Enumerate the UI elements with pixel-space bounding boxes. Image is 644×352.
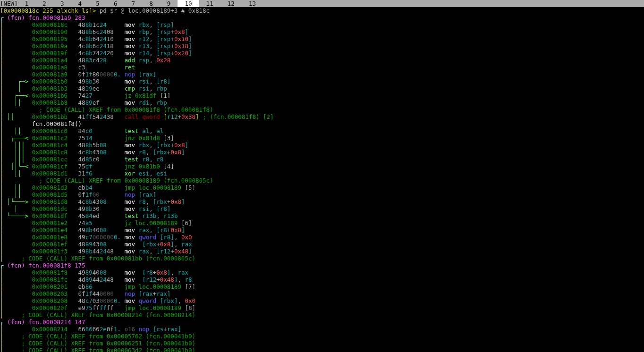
prompt-cmd: pd $r @ loc.00008189+3 # 0x818c — [100, 7, 210, 14]
asm-line: │ 0x000081f8 49894008 mov [r8+0x8], rax — [0, 269, 644, 276]
disassembly-output: ┌ (fcn) fcn.000081a9 283│ 0x0000818c 488… — [0, 14, 644, 352]
asm-line: │ ┌───< 0x000081c2 7514 jnz 0x81d8 [3] — [0, 134, 644, 142]
asm-line: │ ││ 0x000081d3 ebb4 jmp loc.00008189 [5… — [0, 184, 644, 191]
asm-line: │ │└───> 0x000081d8 4c8b4308 mov r8, [rb… — [0, 198, 644, 205]
asm-line: │ 0x00008201 eb86 jmp loc.00008189 [7] — [0, 283, 644, 290]
asm-line: │ 0x00008195 4c8b642410 mov r12, [rsp+0x… — [0, 35, 644, 42]
prompt-addr: [0x0000818c 255 alxchk_ls]> — [0, 7, 100, 14]
asm-line: │ ││└─< 0x000081cf 75df jnz 0x81b0 [4] — [0, 163, 644, 170]
asm-line: │ 0x0000818c 488b1c24 mov rbx, [rsp] — [0, 21, 644, 28]
asm-line: │ 0x0000819f 4c8b742420 mov r14, [rsp+0x… — [0, 50, 644, 57]
asm-line: │ └────> 0x000081df 4584ed test r13b, r1… — [0, 212, 644, 219]
asm-line: │ │ 0x000081b3 4839ee cmp rsi, rbp — [0, 85, 644, 92]
tab-bar[interactable]: [NEW] 1 2 3 4 5 6 7 8 9 10 11 12 13 — [0, 0, 644, 7]
asm-line: │ 0x000081ef 48894308 mov [rbx+0x8], rax — [0, 241, 644, 248]
xref: │ ; CODE (CALL) XREF from 0x00006251 (fc… — [0, 340, 644, 347]
tab[interactable]: 2 — [35, 0, 53, 7]
asm-line: │ ││ 0x000081bb 41ff542438 call qword [r… — [0, 113, 644, 120]
asm-line: │ 0x00008214 6666662e0f1. o16 nop [cs+ra… — [0, 326, 644, 333]
asm-line: │ ││ 0x000081d5 0f1f00 nop [rax] — [0, 191, 644, 198]
asm-line: │ 0x000081f3 498b442448 mov rax, [r12+0x… — [0, 248, 644, 255]
tab[interactable]: 1 — [18, 0, 36, 7]
asm-line: │ ││ 0x000081c0 84c0 test al, al — [0, 127, 644, 134]
tab[interactable]: 13 — [242, 0, 263, 7]
asm-line: │ │││ 0x000081c8 4c8b4308 mov r8, [rbx+0… — [0, 149, 644, 156]
tab[interactable]: 12 — [220, 0, 242, 7]
asm-line: │ 0x000081a9 0f1f8000000. nop [rax] — [0, 71, 644, 78]
function-head: ┌ (fcn) fcn.00008214 147 — [0, 318, 644, 326]
xref: │ ; CODE (CALL) XREF from 0x000081bb (fc… — [0, 255, 644, 262]
function-head: ┌ (fcn) fcn.000081f8 175 — [0, 262, 644, 269]
asm-line: │ ┌─> 0x000081b0 498b30 mov rsi, [r8] — [0, 78, 644, 85]
tab[interactable]: 10 — [178, 0, 199, 7]
prompt-line[interactable]: [0x0000818c 255 alxchk_ls]> pd $r @ loc.… — [0, 7, 644, 14]
asm-line: │ ││ 0x000081b8 4889ef mov rdi, rbp — [0, 99, 644, 106]
tab[interactable]: 9 — [160, 0, 178, 7]
asm-line: │ │││ 0x000081cc 4d85c0 test r8, r8 — [0, 156, 644, 163]
asm-line: │ 0x0000819a 4c8b6c2418 mov r13, [rsp+0x… — [0, 42, 644, 50]
asm-line: │ ││ 0x000081d1 31f6 xor esi, esi — [0, 170, 644, 177]
tab[interactable]: 6 — [107, 0, 125, 7]
asm-line: │ 0x000081e2 74a5 jz loc.00008189 [6] — [0, 219, 644, 226]
xref: │ ; CODE (CALL) XREF from 0x000063d2 (fc… — [0, 347, 644, 352]
asm-line: │ 0x000081e4 498b4008 mov rax, [r8+0x8] — [0, 226, 644, 234]
asm-line: │ 0x00008203 0f1f440000 nop [rax+rax] — [0, 290, 644, 297]
asm-line: │ 0x00008208 48c70300000. mov qword [rbx… — [0, 297, 644, 304]
asm-line: │ 0x000081a8 c3 ret — [0, 64, 644, 71]
function-head: ┌ (fcn) fcn.000081a9 283 — [0, 14, 644, 21]
xref: │ ; CODE (CALL) XREF from 0x00008214 (fc… — [0, 311, 644, 318]
asm-line: │ 0x00008190 488b6c2408 mov rbp, [rsp+0x… — [0, 28, 644, 35]
asm-line: │ ┌──< 0x000081b6 7427 jz 0x81df [1] — [0, 92, 644, 99]
asm-line: │ 0x000081a4 4883c428 add rsp, 0x28 — [0, 57, 644, 64]
tab[interactable]: 11 — [199, 0, 220, 7]
xref: │ ; CODE (CALL) XREF from 0x00008189 (fc… — [0, 177, 644, 184]
asm-line: │ │ 0x000081dc 498b30 mov rsi, [r8] — [0, 205, 644, 212]
xref: │ ; CODE (CALL) XREF from 0x00005762 (fc… — [0, 333, 644, 340]
asm-line: │ 0x000081e8 49c70000000. mov qword [r8]… — [0, 234, 644, 241]
asm-line: │ 0x0000820f e975ffffff jmp loc.00008189… — [0, 304, 644, 311]
tab[interactable]: 8 — [142, 0, 160, 7]
asm-line: │ 0x000081fc 4d89442448 mov [r12+0x48], … — [0, 276, 644, 283]
tab[interactable]: 4 — [71, 0, 89, 7]
asm-line: │ │││ 0x000081c4 488b5b08 mov rbx, [rbx+… — [0, 142, 644, 149]
tab[interactable]: 5 — [89, 0, 107, 7]
tab[interactable]: 7 — [124, 0, 142, 7]
fn-ref: │ fcn.000081f8() — [0, 120, 644, 127]
tab[interactable]: 3 — [53, 0, 71, 7]
xref: │ ; CODE (CALL) XREF from 0x000081f8 (fc… — [0, 106, 644, 113]
tab-left: [NEW] — [0, 0, 18, 7]
